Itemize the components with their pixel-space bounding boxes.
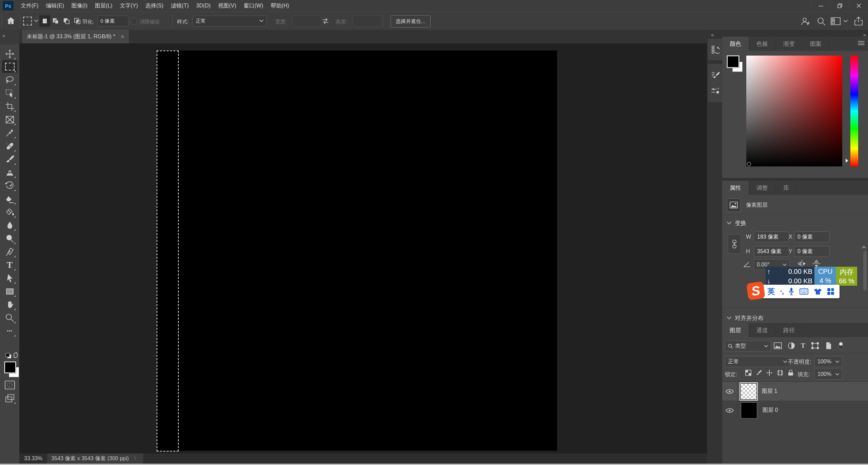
tab-channels[interactable]: 通道 bbox=[749, 323, 776, 337]
layer-filter-select[interactable]: 类型 bbox=[725, 341, 771, 351]
tab-close-icon[interactable]: × bbox=[121, 33, 124, 40]
swap-colors-button[interactable] bbox=[13, 352, 19, 358]
object-selection-tool[interactable] bbox=[4, 88, 15, 98]
antialias-checkbox[interactable] bbox=[131, 18, 137, 24]
x-value-field[interactable]: 0 像素 bbox=[794, 231, 829, 242]
keyboard-icon[interactable] bbox=[800, 288, 808, 295]
layer0-name[interactable]: 图层 0 bbox=[763, 407, 778, 414]
filter-adjustment-layers-icon[interactable] bbox=[788, 342, 795, 349]
menu-3d[interactable]: 3D(D) bbox=[193, 0, 215, 12]
pen-tool[interactable] bbox=[4, 246, 15, 257]
type-tool[interactable]: T bbox=[4, 260, 15, 270]
intersect-selection-button[interactable] bbox=[72, 15, 83, 27]
tab-color[interactable]: 颜色 bbox=[722, 37, 749, 51]
color-picker-marker[interactable] bbox=[747, 162, 751, 166]
blend-mode-select[interactable]: 正常 bbox=[725, 356, 790, 367]
options-drag-handle[interactable] bbox=[1, 15, 2, 27]
lock-all-icon[interactable] bbox=[788, 370, 793, 376]
rectangular-marquee-tool[interactable] bbox=[4, 61, 15, 72]
rectangle-tool[interactable] bbox=[4, 286, 15, 297]
link-dimensions-button[interactable] bbox=[728, 234, 741, 254]
menu-layer[interactable]: 图层(L) bbox=[91, 0, 116, 12]
properties-scrollbar[interactable] bbox=[863, 251, 867, 291]
swap-width-height-button[interactable] bbox=[321, 17, 330, 25]
microphone-icon[interactable] bbox=[788, 287, 794, 296]
tab-patterns[interactable]: 图案 bbox=[803, 37, 829, 51]
menu-help[interactable]: 帮助(H) bbox=[267, 0, 293, 12]
spot-healing-brush-tool[interactable] bbox=[4, 141, 15, 151]
align-distribute-header[interactable]: 对齐并分布 bbox=[727, 314, 764, 322]
filter-smart-objects-icon[interactable] bbox=[825, 342, 832, 349]
layer1-thumbnail[interactable] bbox=[741, 384, 756, 399]
hue-slider[interactable] bbox=[850, 56, 858, 166]
menu-filter[interactable]: 滤镜(T) bbox=[167, 0, 192, 12]
tab-swatches[interactable]: 色板 bbox=[749, 37, 776, 51]
toolbar-collapse-button[interactable]: » bbox=[2, 33, 4, 38]
foreground-color-swatch[interactable] bbox=[4, 362, 16, 373]
menu-type[interactable]: 文字(Y) bbox=[116, 0, 141, 12]
eraser-tool[interactable] bbox=[4, 194, 15, 204]
filter-shape-layers-icon[interactable] bbox=[811, 342, 819, 349]
lock-pixels-icon[interactable] bbox=[756, 370, 762, 376]
menu-window[interactable]: 窗口(W) bbox=[240, 0, 267, 12]
toolbox-grid-icon[interactable] bbox=[827, 288, 834, 295]
layer-row-1[interactable]: 图层 1 bbox=[722, 382, 868, 401]
eyedropper-tool[interactable] bbox=[4, 127, 15, 138]
flip-horizontal-button[interactable] bbox=[797, 260, 806, 267]
menu-select[interactable]: 选择(S) bbox=[142, 0, 167, 12]
fill-select[interactable]: 100% bbox=[814, 369, 842, 380]
height-input[interactable] bbox=[353, 16, 382, 26]
home-button[interactable] bbox=[6, 16, 16, 26]
scroll-up-icon[interactable] bbox=[862, 246, 866, 248]
close-button[interactable] bbox=[849, 0, 868, 11]
color-panel-menu-button[interactable] bbox=[858, 41, 865, 45]
layer-row-0[interactable]: 图层 0 bbox=[722, 401, 868, 420]
menu-file[interactable]: 文件(F) bbox=[17, 0, 42, 12]
brush-tool[interactable] bbox=[4, 154, 15, 164]
tab-layers[interactable]: 图层 bbox=[722, 323, 749, 337]
tab-paths[interactable]: 路径 bbox=[776, 323, 803, 337]
workspace-switcher[interactable] bbox=[831, 17, 848, 26]
new-selection-button[interactable] bbox=[39, 15, 50, 27]
history-brush-tool[interactable] bbox=[4, 180, 15, 191]
width-input[interactable] bbox=[292, 16, 321, 26]
move-tool[interactable] bbox=[4, 48, 15, 59]
search-button[interactable] bbox=[816, 17, 826, 26]
brushes-panel-button[interactable] bbox=[711, 86, 720, 95]
add-to-selection-button[interactable] bbox=[50, 15, 61, 27]
tab-gradients[interactable]: 渐变 bbox=[776, 37, 803, 51]
restore-button[interactable] bbox=[830, 0, 849, 11]
layer0-thumbnail[interactable] bbox=[741, 402, 757, 419]
hue-slider-marker[interactable] bbox=[846, 159, 848, 163]
ime-punctuation-toggle[interactable]: ·, bbox=[780, 287, 783, 296]
height-value-field[interactable]: 3543 像素 bbox=[754, 246, 789, 257]
paint-bucket-tool[interactable] bbox=[4, 207, 15, 217]
layer0-visibility-toggle[interactable] bbox=[722, 401, 737, 420]
opacity-select[interactable]: 100% bbox=[814, 356, 842, 367]
edit-toolbar-button[interactable]: ••• bbox=[4, 326, 15, 336]
dodge-tool[interactable] bbox=[4, 233, 15, 244]
status-chevron-icon[interactable]: 〉 bbox=[134, 455, 139, 462]
clone-stamp-tool[interactable] bbox=[4, 167, 15, 178]
export-share-button[interactable] bbox=[853, 16, 864, 26]
screen-mode-button[interactable] bbox=[4, 393, 15, 403]
path-selection-tool[interactable] bbox=[4, 273, 15, 283]
menu-image[interactable]: 图像(I) bbox=[68, 0, 91, 12]
blur-tool[interactable] bbox=[4, 220, 15, 230]
filter-type-layers-icon[interactable]: T bbox=[801, 342, 805, 349]
feather-input[interactable]: 0 像素 bbox=[97, 16, 129, 26]
lasso-tool[interactable] bbox=[4, 75, 15, 85]
default-colors-button[interactable] bbox=[5, 353, 12, 359]
document-tab[interactable]: 未标题-1 @ 33.3% (图层 1, RGB/8) * × bbox=[22, 30, 129, 43]
lock-position-icon[interactable] bbox=[766, 370, 772, 376]
menu-edit[interactable]: 编辑(E) bbox=[42, 0, 67, 12]
zoom-level-field[interactable]: 33.33% bbox=[24, 456, 42, 462]
canvas-area[interactable] bbox=[19, 43, 707, 453]
saturation-brightness-field[interactable] bbox=[746, 56, 842, 166]
filter-pixel-layers-icon[interactable] bbox=[774, 342, 782, 349]
quick-mask-button[interactable] bbox=[5, 381, 15, 389]
expand-panels-button[interactable]: « bbox=[711, 32, 713, 38]
frame-tool[interactable] bbox=[4, 114, 15, 125]
document-size-info[interactable]: 3543 像素 x 3543 像素 (300 ppi) 〉 bbox=[47, 453, 143, 464]
crop-tool[interactable] bbox=[4, 101, 15, 112]
